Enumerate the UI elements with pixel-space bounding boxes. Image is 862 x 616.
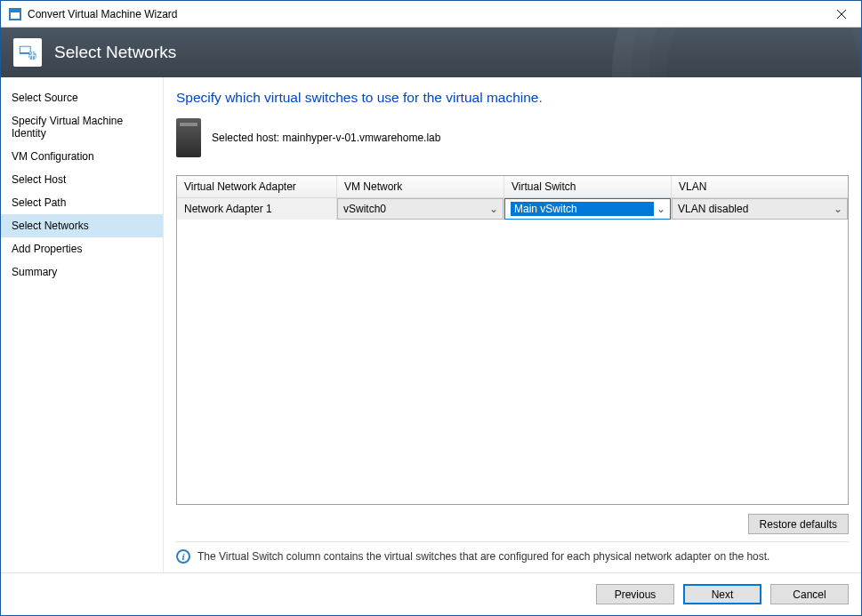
sidebar-item-select-host[interactable]: Select Host xyxy=(1,168,163,191)
chevron-down-icon: ⌄ xyxy=(654,203,668,215)
chevron-down-icon: ⌄ xyxy=(487,203,501,215)
instruction-text: Specify which virtual switches to use fo… xyxy=(176,90,849,106)
info-text: The Virtual Switch column contains the v… xyxy=(197,550,769,563)
wizard-body: Select Source Specify Virtual Machine Id… xyxy=(1,77,861,572)
sidebar-item-summary[interactable]: Summary xyxy=(1,260,163,284)
wizard-main: Specify which virtual switches to use fo… xyxy=(164,77,861,572)
wizard-footer: Previous Next Cancel xyxy=(1,572,861,615)
previous-button[interactable]: Previous xyxy=(596,584,674,604)
grid-header: Virtual Network Adapter VM Network Virtu… xyxy=(177,176,848,198)
wizard-steps-sidebar: Select Source Specify Virtual Machine Id… xyxy=(1,77,164,572)
banner-decoration xyxy=(612,28,861,77)
column-header-switch[interactable]: Virtual Switch xyxy=(504,176,672,197)
page-banner: Select Networks xyxy=(1,28,861,77)
sidebar-item-add-properties[interactable]: Add Properties xyxy=(1,237,163,260)
close-button[interactable] xyxy=(821,1,861,28)
cell-adapter: Network Adapter 1 xyxy=(177,198,337,220)
svg-rect-2 xyxy=(11,10,20,12)
chevron-down-icon: ⌄ xyxy=(831,203,845,215)
close-icon xyxy=(837,10,846,19)
grid-row: Network Adapter 1 vSwitch0 ⌄ Main vSwitc… xyxy=(177,198,848,220)
titlebar: Convert Virtual Machine Wizard xyxy=(1,1,861,28)
sidebar-item-select-source[interactable]: Select Source xyxy=(1,86,163,109)
app-icon xyxy=(8,7,22,21)
sidebar-item-select-path[interactable]: Select Path xyxy=(1,191,163,214)
column-header-vlan[interactable]: VLAN xyxy=(672,176,848,197)
sidebar-item-specify-identity[interactable]: Specify Virtual Machine Identity xyxy=(1,109,163,145)
server-tower-icon xyxy=(176,118,201,157)
info-icon: i xyxy=(176,549,190,564)
network-adapters-grid: Virtual Network Adapter VM Network Virtu… xyxy=(176,175,849,505)
virtual-switch-dropdown[interactable]: Main vSwitch ⌄ xyxy=(504,198,671,220)
wizard-window: Convert Virtual Machine Wizard Select Ne… xyxy=(0,0,862,616)
next-button[interactable]: Next xyxy=(683,584,761,604)
sidebar-item-vm-configuration[interactable]: VM Configuration xyxy=(1,145,163,168)
vm-network-dropdown[interactable]: vSwitch0 ⌄ xyxy=(337,198,504,220)
restore-defaults-button[interactable]: Restore defaults xyxy=(748,514,849,534)
svg-rect-6 xyxy=(20,47,30,52)
sidebar-item-select-networks[interactable]: Select Networks xyxy=(1,214,163,237)
grid-body-empty xyxy=(177,220,848,504)
selected-host-row: Selected host: mainhyper-v-01.vmwarehome… xyxy=(176,118,849,157)
restore-row: Restore defaults xyxy=(176,505,849,541)
vlan-dropdown[interactable]: VLAN disabled ⌄ xyxy=(672,198,848,220)
network-icon xyxy=(13,38,42,67)
info-strip: i The Virtual Switch column contains the… xyxy=(176,541,849,572)
page-title: Select Networks xyxy=(54,43,176,62)
cancel-button[interactable]: Cancel xyxy=(770,584,849,604)
column-header-network[interactable]: VM Network xyxy=(337,176,504,197)
window-title: Convert Virtual Machine Wizard xyxy=(28,8,178,20)
column-header-adapter[interactable]: Virtual Network Adapter xyxy=(177,176,337,197)
selected-host-text: Selected host: mainhyper-v-01.vmwarehome… xyxy=(212,132,440,144)
